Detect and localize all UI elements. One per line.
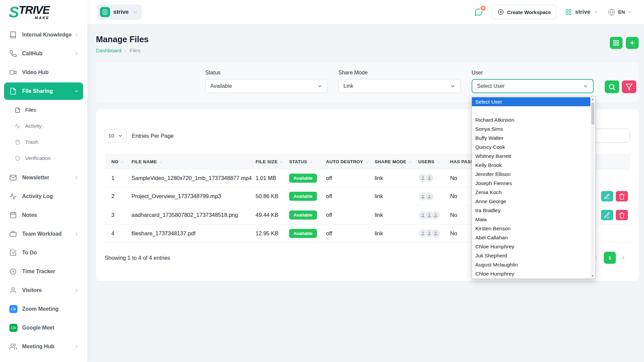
sidebar-item-google-meet[interactable]: Google Meet — [4, 319, 83, 337]
pagination-next-button[interactable] — [619, 252, 629, 263]
cell-status: Available — [286, 187, 323, 206]
user-dropdown-option[interactable]: Quincy Cook — [472, 142, 590, 152]
sort-icon: ↑↓ — [409, 160, 411, 164]
cell-share-mode: link — [371, 225, 415, 242]
sidebar-item-video-hub[interactable]: Video Hub — [4, 64, 83, 81]
sidebar-subitem-trash[interactable]: Trash — [15, 134, 83, 150]
scrollbar-thumb[interactable] — [591, 103, 594, 125]
sidebar-item-label: CallHub — [22, 51, 42, 57]
sidebar-item-label: Visitors — [22, 287, 42, 293]
brand-logo[interactable]: S TRIVE MAKE — [0, 0, 87, 24]
scroll-up-icon[interactable]: ▲ — [590, 97, 595, 102]
user-dropdown-option[interactable]: Joseph Fiennes — [472, 179, 590, 188]
sidebar-subitem-verification[interactable]: Verification — [15, 150, 83, 166]
col-header-file-size[interactable]: FILE SIZE↑↓ — [252, 155, 286, 169]
col-header-status[interactable]: STATUS↑↓ — [286, 155, 323, 169]
sidebar-item-file-sharing[interactable]: File Sharing — [4, 82, 83, 100]
topbar: strive 0 Create Workspace strive EN — [87, 0, 644, 24]
cell-share-mode: link — [371, 187, 415, 206]
delete-button[interactable] — [616, 210, 628, 220]
brand-name: TRIVE — [19, 4, 50, 16]
status-select[interactable]: Available — [205, 79, 327, 93]
sort-icon: ↑↓ — [121, 160, 123, 164]
user-dropdown-option[interactable]: August Mclaughlin — [472, 260, 590, 269]
edit-button[interactable] — [601, 210, 613, 220]
user-dropdown-option[interactable]: Anne George — [472, 197, 590, 206]
cell-status: Available — [286, 225, 323, 242]
pulse-icon — [9, 193, 17, 200]
sidebar-item-zoom-meeting[interactable]: Zoom Meeting — [4, 300, 83, 318]
user-dropdown-option[interactable]: Abel Callahan — [472, 233, 590, 242]
scroll-down-icon[interactable]: ▼ — [590, 274, 595, 278]
grid-view-button[interactable] — [610, 37, 623, 49]
workspace-selector[interactable]: strive — [97, 4, 142, 20]
cell-users — [415, 187, 447, 206]
mail-icon — [9, 174, 17, 181]
user-avatars — [418, 229, 443, 238]
sidebar-item-time-tracker[interactable]: Time Tracker — [4, 263, 83, 280]
cell-share-mode: link — [371, 206, 415, 225]
cell-file-size: 49.44 KB — [252, 206, 286, 225]
user-dropdown-option[interactable]: Juli Shepherd — [472, 251, 590, 260]
col-header-auto-destroy[interactable]: AUTO DESTROY↑↓ — [323, 155, 371, 169]
apply-filter-button[interactable] — [605, 80, 619, 93]
user-dropdown-option[interactable]: Zenia Koch — [472, 188, 590, 197]
breadcrumb-dashboard[interactable]: Dashboard — [96, 48, 121, 54]
user-dropdown-option[interactable]: Chloe Humphrey — [472, 269, 590, 278]
chevron-down-icon — [317, 83, 322, 89]
language-label: EN — [618, 9, 625, 15]
reset-filter-button[interactable] — [622, 80, 636, 93]
video-icon — [9, 69, 17, 76]
add-file-button[interactable] — [626, 37, 639, 49]
sidebar-item-feedback[interactable]: Feedback — [4, 357, 83, 362]
user-dropdown-option[interactable] — [472, 106, 590, 115]
sidebar-item-team-workload[interactable]: Team Workload — [4, 225, 83, 243]
col-header-no[interactable]: NO↑↓ — [105, 155, 128, 169]
sidebar-item-notes[interactable]: Notes — [4, 206, 83, 224]
sidebar-subitem-activity[interactable]: Activity — [15, 118, 83, 134]
chevron-down-icon — [627, 9, 633, 15]
cell-file-name: SampleVideo_1280x720_1mb_1737348877.mp4 — [128, 169, 252, 187]
user-dropdown-option[interactable]: Whitney Barrett — [472, 152, 590, 161]
user-avatars — [418, 192, 443, 201]
dropdown-scrollbar[interactable]: ▲ ▼ — [590, 97, 595, 278]
create-workspace-label: Create Workspace — [507, 9, 551, 15]
breadcrumb-current: Files — [129, 48, 141, 54]
brand-tagline: MAKE — [19, 16, 50, 20]
entries-per-page-select[interactable]: 10 — [105, 129, 127, 142]
sidebar-item-callhub[interactable]: CallHub — [4, 45, 83, 62]
user-dropdown-option[interactable]: Sonya Sims — [472, 124, 590, 133]
user-dropdown-option[interactable]: Kirsten Benson — [472, 224, 590, 233]
user-dropdown-option[interactable]: Select User — [472, 97, 590, 106]
share-mode-select[interactable]: Link — [338, 79, 461, 93]
sidebar-item-meeting-hub[interactable]: Meeting Hub — [4, 338, 83, 355]
sidebar-item-internal-knowledge[interactable]: Internal Knowledge — [4, 26, 83, 44]
breadcrumb-separator: › — [125, 48, 126, 53]
col-header-share-mode[interactable]: SHARE MODE↑↓ — [371, 155, 415, 169]
language-selector[interactable]: EN — [607, 8, 633, 16]
col-header-file-name[interactable]: FILE NAME↑↓ — [128, 155, 252, 169]
sidebar-item-visitors[interactable]: Visitors — [4, 282, 83, 299]
sidebar-item-activity-log[interactable]: Activity Log — [4, 188, 83, 205]
user-dropdown-option[interactable]: Buffy Walter — [472, 133, 590, 142]
delete-button[interactable] — [616, 191, 628, 201]
phone-icon — [9, 50, 17, 57]
pagination-page-1[interactable]: 1 — [604, 252, 616, 264]
user-dropdown-option[interactable]: Ira Bradley — [472, 206, 590, 215]
sidebar-item-newsletter[interactable]: Newsletter — [4, 169, 83, 186]
sidebar-item-to-do[interactable]: To Do — [4, 244, 83, 261]
col-header-users[interactable]: USERS↑↓ — [415, 155, 447, 169]
user-dropdown-option[interactable]: Richard Atkinson — [472, 115, 590, 124]
sidebar-subitem-files[interactable]: Files — [15, 102, 83, 118]
user-dropdown-option[interactable]: Jennifer Ellison — [472, 170, 590, 179]
user-dropdown-option[interactable]: Maia — [472, 215, 590, 224]
chat-icon[interactable]: 0 — [474, 8, 483, 17]
org-selector[interactable]: strive — [565, 9, 598, 15]
create-workspace-button[interactable]: Create Workspace — [492, 5, 557, 19]
user-dropdown-option[interactable]: Chloe Humphrey — [472, 242, 590, 251]
status-badge: Available — [289, 192, 317, 201]
user-select[interactable]: Select User — [472, 79, 594, 93]
user-dropdown-option[interactable]: Kelly Brook — [472, 161, 590, 170]
edit-button[interactable] — [601, 191, 613, 201]
avatar — [431, 229, 440, 238]
